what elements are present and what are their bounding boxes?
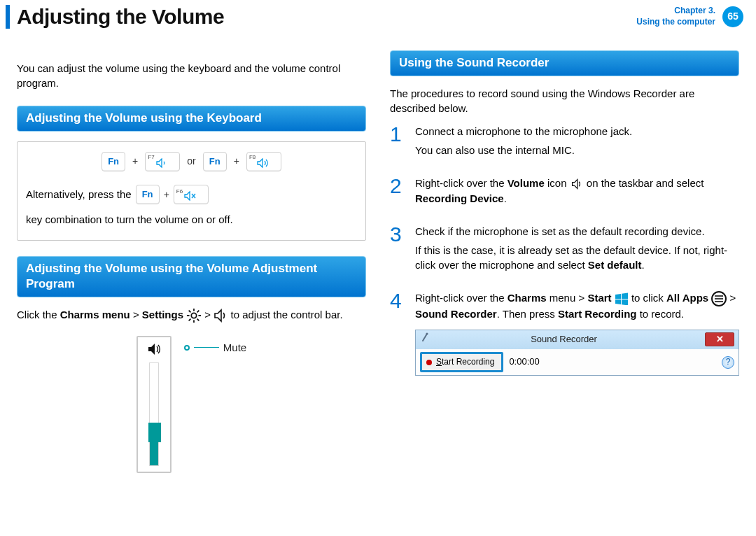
gear-icon <box>186 308 202 323</box>
keyboard-instructions-box: Fn + F7 or Fn + F8 <box>17 141 366 241</box>
mute-callout: Mute <box>184 340 246 355</box>
section-heading-program: Adjusting the Volume using the Volume Ad… <box>17 256 366 297</box>
txt: menu > <box>550 292 588 304</box>
volume-mute-icon <box>184 191 198 201</box>
txt: to adjust the control bar. <box>230 309 342 320</box>
alt-key-text-row: Alternatively, press the Fn + F6 key com… <box>26 184 357 230</box>
step-text: Right-click over the Charms menu > Start… <box>415 290 739 321</box>
txt: > <box>730 292 736 304</box>
txt: Click the <box>17 309 60 320</box>
start-recording-label: Start Recording <box>558 308 637 320</box>
fn-key: Fn <box>136 185 160 204</box>
f8-key: F8 <box>246 152 281 171</box>
intro-text: You can adjust the volume using the keyb… <box>17 61 366 90</box>
step-number: 4 <box>390 290 405 376</box>
accelerator-letter: S <box>436 357 442 367</box>
charms-menu-label: Charms menu <box>60 309 130 320</box>
help-button[interactable]: ? <box>722 356 734 369</box>
volume-handle[interactable] <box>148 423 161 442</box>
txt: tart Recording <box>442 357 494 367</box>
volume-slider-figure: Mute <box>17 336 366 473</box>
step-2: 2 Right-click over the Volume icon on th… <box>390 176 739 210</box>
svg-line-7 <box>189 319 191 321</box>
txt: If this is the case, it is already set a… <box>415 244 727 271</box>
fn-key: Fn <box>102 152 125 171</box>
or-label: or <box>187 155 195 169</box>
f6-label: F6 <box>176 186 183 197</box>
plus-sign: + <box>234 155 239 169</box>
f7-key: F7 <box>145 152 180 171</box>
volume-slider[interactable] <box>136 336 172 473</box>
click-instructions: Click the Charms menu > Settings > to ad… <box>17 307 366 323</box>
step-text: Right-click over the Volume icon on the … <box>415 176 739 206</box>
recorder-time: 0:00:00 <box>509 355 539 368</box>
recorder-title-bar: Sound Recorder ✕ <box>416 330 738 349</box>
page-number-badge: 65 <box>722 6 743 27</box>
section-heading-keyboard: Adjusting the Volume using the Keyboard <box>17 106 366 132</box>
f8-label: F8 <box>249 153 255 161</box>
right-column: Using the Sound Recorder The procedures … <box>390 50 739 473</box>
speaker-icon <box>570 177 584 191</box>
chapter-info: Chapter 3. Using the computer <box>636 6 715 27</box>
sound-recorder-label: Sound Recorder <box>415 308 497 320</box>
close-button[interactable]: ✕ <box>705 332 734 346</box>
alt-text-a: Alternatively, press the <box>26 184 132 205</box>
charms-label: Charms <box>507 292 547 304</box>
txt: . <box>504 192 507 204</box>
txt: to click <box>631 292 666 304</box>
start-label: Start <box>587 292 611 304</box>
page-title: Adjusting the Volume <box>17 2 224 31</box>
txt: . Then press <box>497 308 558 320</box>
txt: Right-click over the <box>415 292 507 304</box>
sound-recorder-window: Sound Recorder ✕ Start Recording 0:00:00… <box>415 330 739 376</box>
left-column: You can adjust the volume using the keyb… <box>17 50 366 473</box>
volume-track[interactable] <box>149 362 159 466</box>
step-3: 3 Check if the microphone is set as the … <box>390 224 739 276</box>
gt: > <box>204 309 214 320</box>
svg-line-8 <box>197 311 200 313</box>
txt: to record. <box>640 308 684 320</box>
step-body: Right-click over the Charms menu > Start… <box>415 290 739 376</box>
step-text: Connect a microphone to the microphone j… <box>415 124 739 139</box>
txt: icon <box>547 177 570 189</box>
set-default-label: Set default <box>588 259 642 271</box>
svg-line-6 <box>197 319 200 321</box>
gt: > <box>133 309 142 320</box>
svg-line-5 <box>189 311 191 313</box>
f6-key: F6 <box>174 185 209 204</box>
step-body: Right-click over the Volume icon on the … <box>415 176 739 210</box>
svg-point-12 <box>426 333 428 335</box>
microphone-icon <box>420 332 430 342</box>
step-4: 4 Right-click over the Charms menu > Sta… <box>390 290 739 376</box>
f7-label: F7 <box>148 153 154 161</box>
section-heading-recorder: Using the Sound Recorder <box>390 50 739 76</box>
recorder-title-text: Sound Recorder <box>423 333 705 346</box>
step-1: 1 Connect a microphone to the microphone… <box>390 124 739 162</box>
step-number: 3 <box>390 224 405 276</box>
txt: . <box>641 259 644 271</box>
step-text: You can also use the internal MIC. <box>415 143 739 157</box>
step-number: 1 <box>390 124 405 162</box>
plus-sign: + <box>164 185 169 204</box>
windows-logo-icon <box>615 292 629 305</box>
step-number: 2 <box>390 176 405 210</box>
recorder-body: Start Recording 0:00:00 ? <box>416 349 738 375</box>
settings-label: Settings <box>142 309 183 320</box>
plus-sign: + <box>132 155 138 169</box>
speaker-icon <box>214 309 227 323</box>
start-recording-button[interactable]: Start Recording <box>420 352 503 372</box>
txt: Right-click over the <box>415 177 507 189</box>
volume-label: Volume <box>507 177 545 189</box>
volume-down-icon <box>156 158 169 168</box>
txt: on the taskbar and select <box>587 177 704 189</box>
header-right: Chapter 3. Using the computer 65 <box>636 6 756 27</box>
record-dot-icon <box>426 360 432 365</box>
chapter-line-2: Using the computer <box>636 17 715 28</box>
step-text: Check if the microphone is set as the de… <box>415 224 739 239</box>
fn-key: Fn <box>203 152 227 171</box>
volume-up-icon <box>257 158 271 168</box>
callout-line <box>194 347 219 348</box>
callout-dot <box>184 345 190 351</box>
speaker-icon[interactable] <box>146 341 162 357</box>
header-left: Adjusting the Volume <box>0 0 224 34</box>
